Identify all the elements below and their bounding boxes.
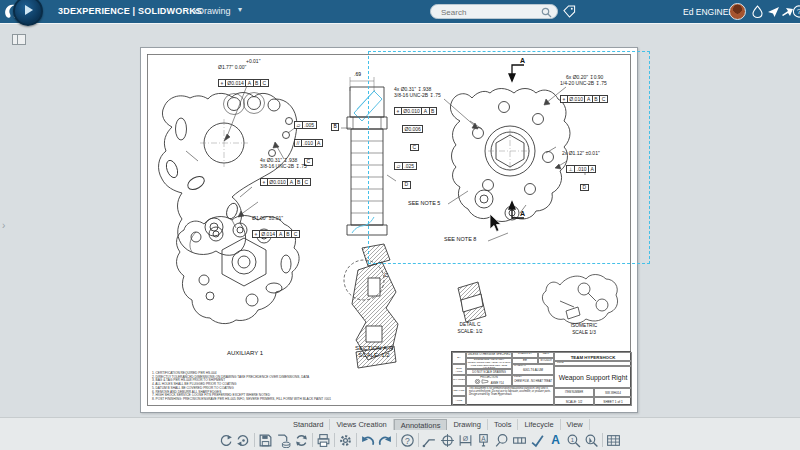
item-number-value: SW-WH014	[594, 388, 632, 397]
item-number-label: ITEM NUMBER	[554, 388, 594, 397]
thread-callout-right[interactable]: 6x Ø0.20" ↧0.90 1/4-20 UNC-2B ↧.75 ⌖Ø.01…	[560, 75, 608, 105]
see-note-8-label: SEE NOTE 8	[444, 236, 476, 243]
finish-cell: FINISH CHEM FILM - NO HEAT TREAT	[512, 375, 554, 386]
datum-box: D	[580, 184, 589, 192]
svg-text:Ø: Ø	[463, 434, 469, 441]
ribbon-tabs: Standard Views Creation Annotations Draw…	[287, 419, 590, 430]
thread-callout-mid[interactable]: 4x Ø0.31" ↧.938 3/8-16 UNC-2B ↧.75 ⌖Ø0.0…	[394, 87, 441, 153]
tag-icon[interactable]	[563, 5, 576, 18]
bottom-ribbon: Standard Views Creation Annotations Draw…	[0, 417, 800, 450]
datum-feature-icon[interactable]: A	[476, 433, 491, 448]
detail-view-scale: SCALE: 1/2	[446, 329, 494, 336]
svg-text:1: 1	[571, 436, 574, 442]
tab-standard[interactable]: Standard	[287, 419, 330, 430]
app-title[interactable]: xDrawing	[193, 6, 231, 16]
section-arrow-label-top: A	[520, 57, 525, 64]
see-note-5-label: SEE NOTE 5	[408, 200, 440, 207]
auxiliary-view-label: AUXILIARY 1	[190, 350, 300, 357]
tolerance-frame-icon[interactable]	[512, 433, 527, 448]
balloon-icon[interactable]	[494, 433, 509, 448]
rev-row: APPD	[452, 396, 466, 406]
save-icon[interactable]	[258, 433, 273, 448]
scale-cell: SCALE: 1/2	[554, 397, 594, 406]
tab-tools[interactable]: Tools	[488, 419, 519, 430]
ribbon-toolbar: ? Ø A A 1	[218, 431, 621, 449]
brand-title: 3DEXPERIENCE | SOLIDWORKS	[58, 6, 202, 16]
leader-note-icon[interactable]	[422, 433, 437, 448]
feature-control-frame: ▱.005	[294, 121, 317, 129]
disclaimer: This document is for demonstration/educa…	[466, 386, 554, 406]
text-note-icon[interactable]: A	[548, 433, 563, 448]
share-icon[interactable]	[766, 4, 781, 19]
tab-annotations[interactable]: Annotations	[394, 419, 448, 430]
help-toolbar-icon[interactable]: ?	[400, 433, 415, 448]
flatness-mid-callout[interactable]: ▱.025 D	[394, 154, 417, 190]
drawing-canvas[interactable]: ›	[0, 23, 800, 418]
undo-icon[interactable]	[360, 433, 375, 448]
search-icon[interactable]	[541, 7, 552, 18]
redo-icon[interactable]	[378, 433, 393, 448]
help-icon[interactable]: ?	[792, 4, 800, 19]
zoom-annotation-icon[interactable]: 1	[566, 433, 581, 448]
section-view-scale: SCALE: 1/2	[340, 352, 408, 359]
tab-lifecycle[interactable]: Lifecycle	[518, 419, 560, 430]
drawing-title: Weapon Support Right	[554, 366, 632, 388]
rev-row: BY	[452, 352, 466, 364]
tab-view[interactable]: View	[561, 419, 590, 430]
tab-views-creation[interactable]: Views Creation	[330, 419, 393, 430]
third-angle-projection-icon	[474, 379, 490, 384]
projection-cell: PROJECTION ASME Y14	[466, 375, 512, 386]
left-panel-chevron-icon[interactable]: ›	[2, 220, 5, 231]
rev-row: CHANGES	[452, 375, 466, 386]
title-block: BY ECO APPR CHANGES REV LOG APPD UNLESS …	[451, 351, 631, 405]
svg-text:?: ?	[405, 435, 410, 445]
feature-control-frame: ⌖Ø0.010ABC	[260, 178, 311, 186]
refresh-icon[interactable]	[294, 433, 309, 448]
print-icon[interactable]	[316, 433, 331, 448]
datum-box: C	[410, 144, 419, 152]
save-to-platform-icon[interactable]	[276, 433, 291, 448]
dimension-icon[interactable]: Ø	[458, 433, 473, 448]
platform-drop-icon[interactable]	[750, 4, 765, 19]
bore-callout-aux[interactable]: Ø1.00" ±0.01" ⌖Ø.014ABC	[252, 216, 300, 240]
detail-circle-label: C	[384, 272, 388, 278]
rev-row: ECO APPR	[452, 364, 466, 375]
expand-panel-icon[interactable]	[12, 34, 26, 45]
thread-callout-left[interactable]: 4x Ø0.31" ↧.938 3/8-16 UNC-2B ↧.75 ⌖Ø0.0…	[260, 158, 311, 188]
import-session-icon[interactable]	[218, 433, 233, 448]
sheet-number-cell: SHEET 1 of 1	[594, 397, 632, 406]
feature-control-frame: ⌖Ø.010ABC	[560, 95, 608, 103]
material-cell: MATERIAL 6061-T6 ALUM	[512, 364, 554, 375]
tab-drawing[interactable]: Drawing	[447, 419, 488, 430]
feature-control-frame: Ø0.006	[402, 125, 423, 133]
company-name: TEAM HYPERSHOCK	[554, 352, 632, 361]
avatar[interactable]	[729, 3, 746, 20]
settings-icon[interactable]	[338, 433, 353, 448]
feature-control-frame: ⌖Ø0.014ABC	[218, 79, 269, 87]
search-input[interactable]	[439, 6, 543, 19]
width-dimension[interactable]: .69	[352, 71, 363, 77]
drawing-notes: 1. CERTIFICATION REQUIRED PER HS-0042. D…	[152, 372, 331, 402]
feature-control-frame: //.010A	[294, 139, 323, 147]
table-icon[interactable]	[606, 433, 621, 448]
search-bar[interactable]	[430, 4, 558, 19]
standard-label: ASME Y14	[491, 382, 504, 385]
feature-control-frame: ⌖Ø.014ABC	[252, 230, 300, 238]
chevron-down-icon[interactable]: ▾	[238, 5, 242, 14]
compass-app-icon[interactable]	[13, 0, 43, 26]
mouse-cursor	[488, 213, 502, 232]
feature-control-frame: ⊥.010A	[566, 165, 596, 173]
surface-finish-icon[interactable]	[530, 433, 545, 448]
feature-control-frame: ▱.025	[394, 162, 417, 170]
datum-box: D	[402, 181, 411, 189]
datum-target-icon[interactable]	[440, 433, 455, 448]
rev-row: REV LOG	[452, 386, 466, 396]
feature-control-frame: ⌖Ø0.010AB	[394, 107, 437, 115]
bore-callout-right[interactable]: 2x Ø1.12" ±0.01" ⊥.010A D	[562, 151, 600, 193]
isometric-view-scale: SCALE 1/3	[558, 330, 610, 337]
hole-callout-1[interactable]: +0.01" Ø1.77" 0.00" ⌖Ø0.014ABC	[218, 59, 269, 89]
section-arrow-label-bottom: A	[520, 210, 525, 217]
open-session-icon[interactable]	[236, 433, 251, 448]
datum-b-flag[interactable]: B	[331, 123, 339, 131]
select-annotation-icon[interactable]	[584, 433, 599, 448]
